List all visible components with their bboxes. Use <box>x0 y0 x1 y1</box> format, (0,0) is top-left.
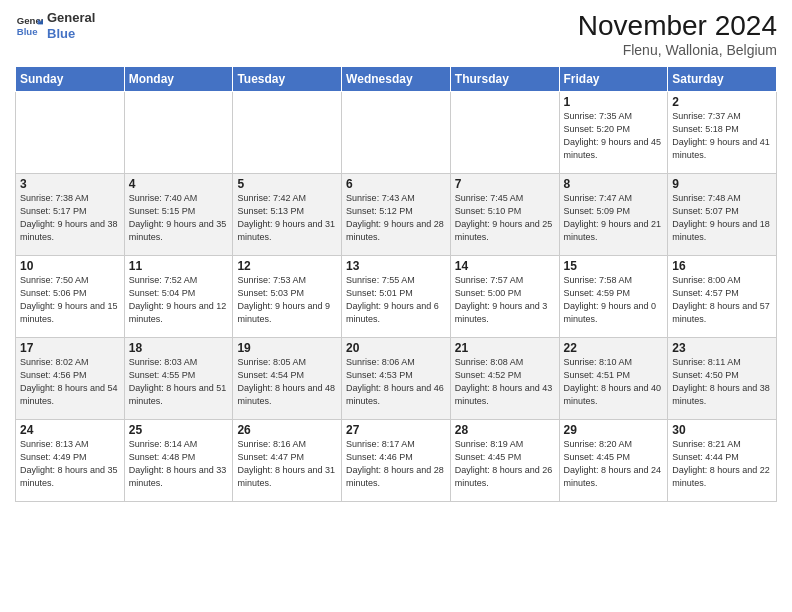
calendar-cell: 6Sunrise: 7:43 AM Sunset: 5:12 PM Daylig… <box>342 174 451 256</box>
day-info: Sunrise: 8:02 AM Sunset: 4:56 PM Dayligh… <box>20 356 120 408</box>
day-number: 24 <box>20 423 120 437</box>
day-number: 22 <box>564 341 664 355</box>
calendar-cell: 29Sunrise: 8:20 AM Sunset: 4:45 PM Dayli… <box>559 420 668 502</box>
day-info: Sunrise: 8:21 AM Sunset: 4:44 PM Dayligh… <box>672 438 772 490</box>
day-info: Sunrise: 7:40 AM Sunset: 5:15 PM Dayligh… <box>129 192 229 244</box>
day-info: Sunrise: 7:52 AM Sunset: 5:04 PM Dayligh… <box>129 274 229 326</box>
day-number: 14 <box>455 259 555 273</box>
calendar-cell: 26Sunrise: 8:16 AM Sunset: 4:47 PM Dayli… <box>233 420 342 502</box>
day-info: Sunrise: 8:20 AM Sunset: 4:45 PM Dayligh… <box>564 438 664 490</box>
calendar-week: 3Sunrise: 7:38 AM Sunset: 5:17 PM Daylig… <box>16 174 777 256</box>
day-info: Sunrise: 7:35 AM Sunset: 5:20 PM Dayligh… <box>564 110 664 162</box>
day-number: 6 <box>346 177 446 191</box>
day-info: Sunrise: 8:05 AM Sunset: 4:54 PM Dayligh… <box>237 356 337 408</box>
day-info: Sunrise: 7:43 AM Sunset: 5:12 PM Dayligh… <box>346 192 446 244</box>
day-info: Sunrise: 8:03 AM Sunset: 4:55 PM Dayligh… <box>129 356 229 408</box>
calendar-cell: 3Sunrise: 7:38 AM Sunset: 5:17 PM Daylig… <box>16 174 125 256</box>
day-number: 11 <box>129 259 229 273</box>
calendar-cell: 18Sunrise: 8:03 AM Sunset: 4:55 PM Dayli… <box>124 338 233 420</box>
day-number: 15 <box>564 259 664 273</box>
day-info: Sunrise: 8:11 AM Sunset: 4:50 PM Dayligh… <box>672 356 772 408</box>
day-info: Sunrise: 7:47 AM Sunset: 5:09 PM Dayligh… <box>564 192 664 244</box>
day-number: 9 <box>672 177 772 191</box>
calendar-cell: 10Sunrise: 7:50 AM Sunset: 5:06 PM Dayli… <box>16 256 125 338</box>
day-info: Sunrise: 7:58 AM Sunset: 4:59 PM Dayligh… <box>564 274 664 326</box>
day-number: 28 <box>455 423 555 437</box>
weekday-header: Wednesday <box>342 67 451 92</box>
calendar-cell: 11Sunrise: 7:52 AM Sunset: 5:04 PM Dayli… <box>124 256 233 338</box>
svg-text:Blue: Blue <box>17 25 38 36</box>
day-number: 30 <box>672 423 772 437</box>
calendar-cell <box>124 92 233 174</box>
calendar-week: 10Sunrise: 7:50 AM Sunset: 5:06 PM Dayli… <box>16 256 777 338</box>
calendar-cell: 15Sunrise: 7:58 AM Sunset: 4:59 PM Dayli… <box>559 256 668 338</box>
day-info: Sunrise: 7:37 AM Sunset: 5:18 PM Dayligh… <box>672 110 772 162</box>
page-header: General Blue General Blue November 2024 … <box>15 10 777 58</box>
day-info: Sunrise: 8:06 AM Sunset: 4:53 PM Dayligh… <box>346 356 446 408</box>
logo: General Blue General Blue <box>15 10 95 41</box>
day-number: 5 <box>237 177 337 191</box>
calendar-week: 17Sunrise: 8:02 AM Sunset: 4:56 PM Dayli… <box>16 338 777 420</box>
calendar-cell: 7Sunrise: 7:45 AM Sunset: 5:10 PM Daylig… <box>450 174 559 256</box>
day-number: 7 <box>455 177 555 191</box>
day-number: 18 <box>129 341 229 355</box>
day-number: 17 <box>20 341 120 355</box>
day-number: 20 <box>346 341 446 355</box>
day-info: Sunrise: 7:53 AM Sunset: 5:03 PM Dayligh… <box>237 274 337 326</box>
day-number: 13 <box>346 259 446 273</box>
day-info: Sunrise: 8:13 AM Sunset: 4:49 PM Dayligh… <box>20 438 120 490</box>
month-title: November 2024 <box>578 10 777 42</box>
day-info: Sunrise: 7:38 AM Sunset: 5:17 PM Dayligh… <box>20 192 120 244</box>
calendar-cell: 8Sunrise: 7:47 AM Sunset: 5:09 PM Daylig… <box>559 174 668 256</box>
calendar-cell: 28Sunrise: 8:19 AM Sunset: 4:45 PM Dayli… <box>450 420 559 502</box>
day-info: Sunrise: 7:45 AM Sunset: 5:10 PM Dayligh… <box>455 192 555 244</box>
day-info: Sunrise: 8:17 AM Sunset: 4:46 PM Dayligh… <box>346 438 446 490</box>
calendar-week: 1Sunrise: 7:35 AM Sunset: 5:20 PM Daylig… <box>16 92 777 174</box>
calendar-cell: 22Sunrise: 8:10 AM Sunset: 4:51 PM Dayli… <box>559 338 668 420</box>
weekday-header: Monday <box>124 67 233 92</box>
day-number: 3 <box>20 177 120 191</box>
calendar-cell: 2Sunrise: 7:37 AM Sunset: 5:18 PM Daylig… <box>668 92 777 174</box>
calendar-cell: 25Sunrise: 8:14 AM Sunset: 4:48 PM Dayli… <box>124 420 233 502</box>
calendar-cell: 13Sunrise: 7:55 AM Sunset: 5:01 PM Dayli… <box>342 256 451 338</box>
day-number: 27 <box>346 423 446 437</box>
day-number: 12 <box>237 259 337 273</box>
calendar-cell <box>342 92 451 174</box>
calendar-cell: 5Sunrise: 7:42 AM Sunset: 5:13 PM Daylig… <box>233 174 342 256</box>
day-info: Sunrise: 7:42 AM Sunset: 5:13 PM Dayligh… <box>237 192 337 244</box>
day-info: Sunrise: 7:57 AM Sunset: 5:00 PM Dayligh… <box>455 274 555 326</box>
logo-icon: General Blue <box>15 12 43 40</box>
calendar-cell: 9Sunrise: 7:48 AM Sunset: 5:07 PM Daylig… <box>668 174 777 256</box>
day-number: 8 <box>564 177 664 191</box>
calendar-cell: 27Sunrise: 8:17 AM Sunset: 4:46 PM Dayli… <box>342 420 451 502</box>
calendar-cell: 4Sunrise: 7:40 AM Sunset: 5:15 PM Daylig… <box>124 174 233 256</box>
day-info: Sunrise: 8:08 AM Sunset: 4:52 PM Dayligh… <box>455 356 555 408</box>
day-info: Sunrise: 8:19 AM Sunset: 4:45 PM Dayligh… <box>455 438 555 490</box>
calendar-header: SundayMondayTuesdayWednesdayThursdayFrid… <box>16 67 777 92</box>
logo-line1: General <box>47 10 95 26</box>
calendar-cell: 16Sunrise: 8:00 AM Sunset: 4:57 PM Dayli… <box>668 256 777 338</box>
calendar-cell <box>450 92 559 174</box>
calendar-cell: 24Sunrise: 8:13 AM Sunset: 4:49 PM Dayli… <box>16 420 125 502</box>
weekday-header: Tuesday <box>233 67 342 92</box>
weekday-header: Thursday <box>450 67 559 92</box>
calendar-cell: 20Sunrise: 8:06 AM Sunset: 4:53 PM Dayli… <box>342 338 451 420</box>
day-number: 19 <box>237 341 337 355</box>
day-number: 26 <box>237 423 337 437</box>
logo-line2: Blue <box>47 26 95 42</box>
calendar-cell <box>16 92 125 174</box>
day-info: Sunrise: 7:50 AM Sunset: 5:06 PM Dayligh… <box>20 274 120 326</box>
day-number: 21 <box>455 341 555 355</box>
day-number: 23 <box>672 341 772 355</box>
calendar-cell: 12Sunrise: 7:53 AM Sunset: 5:03 PM Dayli… <box>233 256 342 338</box>
day-number: 16 <box>672 259 772 273</box>
day-number: 10 <box>20 259 120 273</box>
calendar-cell: 23Sunrise: 8:11 AM Sunset: 4:50 PM Dayli… <box>668 338 777 420</box>
day-info: Sunrise: 8:16 AM Sunset: 4:47 PM Dayligh… <box>237 438 337 490</box>
calendar-week: 24Sunrise: 8:13 AM Sunset: 4:49 PM Dayli… <box>16 420 777 502</box>
calendar-cell: 21Sunrise: 8:08 AM Sunset: 4:52 PM Dayli… <box>450 338 559 420</box>
weekday-header: Saturday <box>668 67 777 92</box>
calendar-cell: 19Sunrise: 8:05 AM Sunset: 4:54 PM Dayli… <box>233 338 342 420</box>
day-info: Sunrise: 8:10 AM Sunset: 4:51 PM Dayligh… <box>564 356 664 408</box>
weekday-header: Sunday <box>16 67 125 92</box>
